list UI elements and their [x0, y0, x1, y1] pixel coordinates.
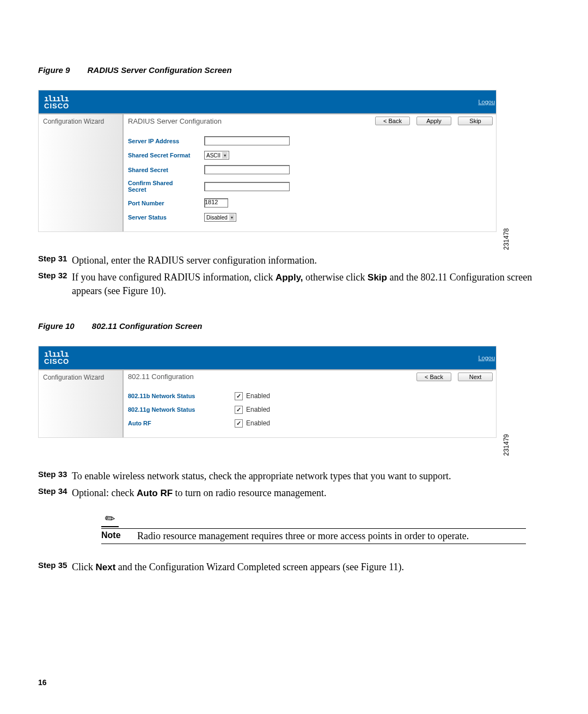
enabled-label: Enabled: [246, 392, 270, 400]
figure10-caption: Figure 10 802.11 Configuration Screen: [38, 321, 544, 331]
figure9-title: RADIUS Server Configuration Screen: [88, 65, 232, 75]
80211b-label: 802.11b Network Status: [128, 393, 235, 399]
autorf-checkbox[interactable]: ✓: [235, 419, 243, 428]
cisco-header: ılıılı CISCO Logou: [39, 90, 496, 113]
logout-link[interactable]: Logou: [478, 355, 496, 361]
shared-secret-format-label: Shared Secret Format: [128, 152, 204, 158]
step-31-label: Step 31: [38, 254, 72, 263]
80211g-checkbox[interactable]: ✓: [235, 406, 243, 414]
step-35-text: Click Next and the Configuration Wizard …: [72, 560, 544, 574]
step-34-label: Step 34: [38, 486, 72, 496]
shared-secret-format-select[interactable]: ASCII ▼: [204, 151, 229, 160]
panel-title: RADIUS Server Configuration: [128, 117, 222, 125]
back-button[interactable]: < Back: [416, 373, 451, 381]
server-status-label: Server Status: [128, 214, 204, 221]
page-number: 16: [38, 678, 47, 687]
shared-secret-input[interactable]: [204, 165, 290, 174]
step-35-label: Step 35: [38, 560, 72, 570]
note-text: Radio resource management requires three…: [137, 530, 469, 542]
step-34-text: Optional: check Auto RF to turn on radio…: [72, 486, 544, 500]
skip-button[interactable]: Skip: [458, 117, 493, 125]
step-33-text: To enable wireless network status, check…: [72, 469, 544, 483]
figure9-screenshot: ılıılı CISCO Logou Configuration Wizard …: [38, 90, 497, 232]
autorf-label: Auto RF: [128, 420, 235, 426]
cisco-header: ılıılı CISCO Logou: [39, 346, 496, 369]
pencil-icon: ✎: [101, 512, 119, 527]
note-block: ✎ Note Radio resource management require…: [101, 512, 526, 544]
figure9-caption: Figure 9 RADIUS Server Configuration Scr…: [38, 65, 544, 75]
chevron-down-icon: ▼: [229, 214, 235, 221]
80211g-label: 802.11g Network Status: [128, 406, 235, 413]
port-number-input[interactable]: 1812: [204, 198, 228, 208]
next-button[interactable]: Next: [458, 373, 493, 381]
note-label: Note: [101, 530, 137, 542]
figure10-screenshot: ılıılı CISCO Logou Configuration Wizard …: [38, 346, 497, 438]
figure10-title: 802.11 Configuration Screen: [92, 321, 203, 331]
server-ip-label: Server IP Address: [128, 138, 204, 144]
shared-secret-label: Shared Secret: [128, 167, 204, 173]
panel-title: 802.11 Configuration: [128, 373, 194, 381]
image-id: 231478: [503, 228, 510, 250]
image-id: 231479: [503, 434, 510, 456]
apply-button[interactable]: Apply: [416, 117, 451, 125]
cisco-logo: ılıılı CISCO: [44, 350, 69, 365]
back-button[interactable]: < Back: [375, 117, 410, 125]
server-ip-input[interactable]: [204, 136, 290, 145]
server-status-select[interactable]: Disabled ▼: [204, 213, 236, 222]
figure10-number: Figure 10: [38, 321, 75, 331]
port-number-label: Port Number: [128, 200, 204, 206]
sidebar-label: Configuration Wizard: [39, 370, 124, 437]
figure9-number: Figure 9: [38, 65, 70, 75]
confirm-secret-label: Confirm Shared Secret: [128, 180, 204, 193]
confirm-secret-input[interactable]: [204, 182, 290, 191]
enabled-label: Enabled: [246, 419, 270, 427]
step-32-label: Step 32: [38, 271, 72, 280]
cisco-logo: ılıılı CISCO: [44, 95, 69, 109]
enabled-label: Enabled: [246, 406, 270, 413]
logout-link[interactable]: Logou: [478, 99, 496, 105]
chevron-down-icon: ▼: [222, 152, 228, 158]
step-32-text: If you have configured RADIUS informatio…: [72, 271, 544, 298]
sidebar-label: Configuration Wizard: [39, 114, 124, 231]
step-31-text: Optional, enter the RADIUS server config…: [72, 254, 544, 267]
step-33-label: Step 33: [38, 469, 72, 479]
80211b-checkbox[interactable]: ✓: [235, 392, 243, 400]
